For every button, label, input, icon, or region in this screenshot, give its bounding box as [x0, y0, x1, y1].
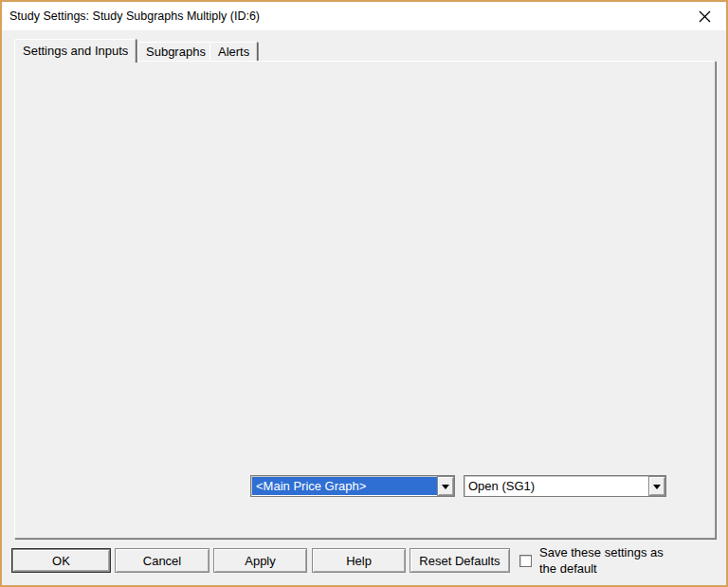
ok-button[interactable]: OK [11, 548, 111, 573]
study-settings-dialog: Study Settings: Study Subgraphs Multiply… [0, 0, 728, 587]
ok-button-label: OK [52, 554, 70, 568]
help-button[interactable]: Help [312, 548, 406, 573]
title-bar: Study Settings: Study Subgraphs Multiply… [2, 2, 726, 30]
input-study-subgraph-value: Open (SG1) [464, 476, 648, 496]
help-button-label: Help [346, 554, 372, 568]
save-as-default-checkbox[interactable]: Save these settings as the default [519, 544, 672, 577]
cancel-button[interactable]: Cancel [115, 548, 209, 573]
close-icon[interactable] [682, 2, 726, 30]
tab-page-panel [14, 61, 716, 539]
tab-label: Alerts [218, 45, 249, 59]
apply-button-label: Apply [245, 554, 276, 568]
input-study-subgraph-select[interactable]: Open (SG1) [464, 475, 666, 497]
cancel-button-label: Cancel [143, 554, 181, 568]
tab-alerts[interactable]: Alerts [209, 42, 258, 62]
chevron-down-icon[interactable] [437, 476, 454, 496]
dialog-title: Study Settings: Study Subgraphs Multiply… [9, 9, 260, 23]
tab-settings-and-inputs[interactable]: Settings and Inputs [14, 39, 136, 63]
input-study-value: <Main Price Graph> [252, 477, 437, 495]
chevron-down-icon[interactable] [648, 476, 665, 496]
reset-defaults-button-label: Reset Defaults [419, 554, 500, 568]
reset-defaults-button[interactable]: Reset Defaults [410, 548, 510, 573]
input-study-select[interactable]: <Main Price Graph> [250, 475, 455, 497]
tab-subgraphs[interactable]: Subgraphs [137, 42, 214, 62]
tab-label: Settings and Inputs [23, 44, 128, 58]
tab-label: Subgraphs [146, 45, 206, 59]
checkbox-box[interactable] [519, 555, 532, 567]
apply-button[interactable]: Apply [213, 548, 307, 573]
save-as-default-label: Save these settings as the default [539, 544, 672, 577]
